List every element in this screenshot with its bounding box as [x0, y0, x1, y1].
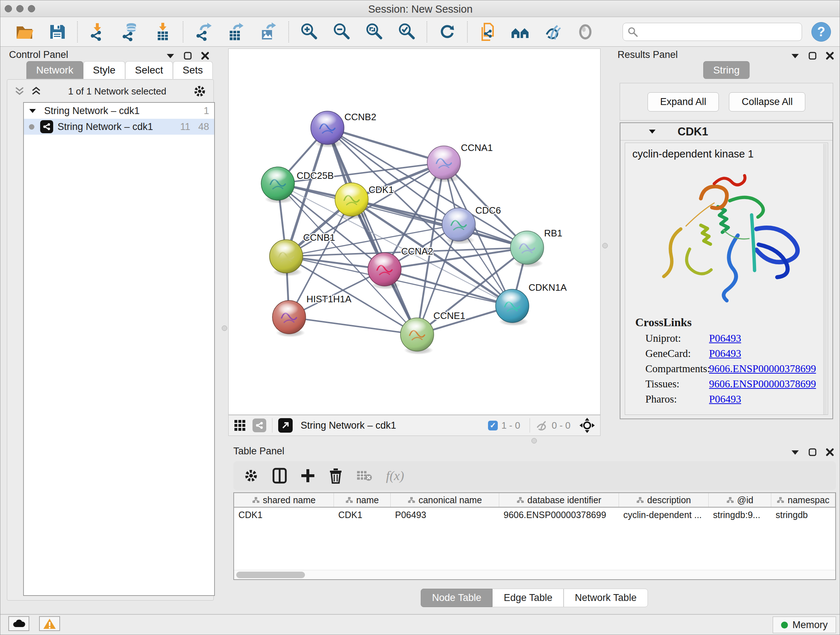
gene-section-header[interactable]: CDK1	[621, 123, 832, 141]
column-header-icon	[636, 497, 644, 503]
memory-button[interactable]: Memory	[773, 616, 836, 633]
zoom-fit-icon[interactable]	[363, 21, 385, 42]
column-header-shared-name[interactable]: shared name	[234, 493, 334, 507]
zoom-out-icon[interactable]	[331, 21, 352, 42]
tab-select[interactable]: Select	[125, 61, 173, 79]
column-header-icon	[408, 497, 415, 503]
table-cell[interactable]: P06493	[391, 508, 499, 522]
column-header-name[interactable]: name	[334, 493, 391, 507]
network-row[interactable]: String Network – cdk1 11 48	[24, 119, 214, 135]
collapse-all-icon[interactable]	[14, 87, 25, 96]
delete-column-icon[interactable]	[329, 468, 343, 484]
tab-node-table[interactable]: Node Table	[421, 589, 493, 607]
results-scrollbar[interactable]	[823, 144, 827, 415]
duplicate-network-icon[interactable]	[477, 21, 498, 42]
network-node-ccna1[interactable]: CCNA1	[427, 142, 493, 182]
expand-all-icon[interactable]	[31, 87, 41, 96]
panel-close-icon[interactable]	[826, 448, 834, 456]
table-row[interactable]: CDK1CDK1P064939606.ENSP00000378699cyclin…	[234, 508, 835, 522]
column-header-namespac[interactable]: namespac	[771, 493, 835, 507]
panel-close-icon[interactable]	[201, 52, 209, 60]
crosslink-value-link[interactable]: 9606.ENSP00000378699	[709, 363, 816, 375]
network-node-cdkn1a[interactable]: CDKN1A	[496, 282, 567, 326]
network-share-icon[interactable]	[253, 418, 266, 432]
left-splitter-handle[interactable]	[222, 325, 227, 331]
import-network-icon[interactable]	[87, 21, 108, 42]
table-panel-title: Table Panel	[233, 446, 284, 457]
bottom-splitter-handle[interactable]	[531, 438, 537, 443]
zoom-in-icon[interactable]	[298, 21, 319, 42]
table-cell[interactable]: stringdb	[771, 508, 835, 522]
section-expander-icon[interactable]	[649, 129, 656, 134]
column-header-icon	[346, 497, 353, 503]
network-edge[interactable]	[289, 317, 417, 334]
add-column-icon[interactable]	[301, 469, 315, 483]
column-header-canonical-name[interactable]: canonical name	[391, 493, 499, 507]
column-header-database-identifier[interactable]: database identifier	[499, 493, 619, 507]
show-all-icon[interactable]	[575, 21, 596, 42]
gear-icon[interactable]	[243, 468, 259, 483]
collapse-all-button[interactable]: Collapse All	[729, 92, 805, 111]
help-button[interactable]: ?	[812, 22, 831, 42]
table-cell[interactable]: 9606.ENSP00000378699	[499, 508, 619, 522]
refresh-icon[interactable]	[437, 21, 458, 42]
show-columns-icon[interactable]	[272, 468, 287, 484]
import-table-icon[interactable]	[152, 21, 173, 42]
export-image-icon[interactable]	[258, 21, 279, 42]
hscroll-thumb[interactable]	[236, 572, 305, 578]
open-folder-icon[interactable]	[14, 21, 35, 42]
birdseye-toggle-icon[interactable]	[579, 417, 595, 433]
detach-view-icon[interactable]	[278, 418, 293, 432]
tab-network-table[interactable]: Network Table	[564, 589, 648, 607]
table-cell[interactable]: CDK1	[234, 508, 334, 522]
table-cell[interactable]: stringdb:9...	[709, 508, 771, 522]
right-splitter-handle[interactable]	[602, 243, 608, 249]
hide-selected-icon[interactable]	[542, 21, 563, 42]
panel-float-icon[interactable]	[808, 448, 816, 456]
network-node-cdk1[interactable]: CDK1	[335, 183, 393, 219]
panel-close-icon[interactable]	[826, 52, 834, 60]
panel-menu-icon[interactable]	[791, 449, 799, 455]
tab-network[interactable]: Network	[27, 61, 83, 79]
network-canvas[interactable]: CCNB2CCNA1CDC25BCDK1CDC6RB1CCNB1CCNA2CDK…	[228, 49, 600, 415]
column-header--id[interactable]: @id	[709, 493, 771, 507]
zoom-selected-icon[interactable]	[396, 21, 417, 42]
first-neighbors-icon[interactable]	[510, 21, 531, 42]
expand-all-button[interactable]: Expand All	[647, 92, 719, 111]
crosslink-value-link[interactable]: P06493	[709, 333, 741, 344]
crosslink-value-link[interactable]: P06493	[709, 348, 741, 359]
node-label-ccna1: CCNA1	[461, 142, 493, 153]
import-database-icon[interactable]	[120, 21, 141, 42]
search-input[interactable]	[638, 26, 797, 38]
grid-view-icon[interactable]	[234, 419, 246, 432]
network-node-hist1h1a[interactable]: HIST1H1A	[272, 294, 352, 337]
collection-expander-icon[interactable]	[29, 108, 36, 114]
network-node-rb1[interactable]: RB1	[510, 228, 562, 268]
panel-menu-icon[interactable]	[791, 53, 799, 59]
node-label-cdkn1a: CDKN1A	[529, 282, 567, 293]
table-cell[interactable]: cyclin-dependent ...	[619, 508, 709, 522]
network-node-ccnb2[interactable]: CCNB2	[311, 111, 376, 148]
export-network-icon[interactable]	[193, 21, 214, 42]
network-node-cdc25b[interactable]: CDC25B	[261, 167, 334, 203]
crosslink-value-link[interactable]: 9606.ENSP00000378699	[709, 378, 816, 390]
cloud-button[interactable]	[8, 616, 29, 631]
network-collection-row[interactable]: String Network – cdk1 1	[24, 103, 214, 119]
table-cell[interactable]: CDK1	[334, 508, 391, 522]
gear-icon[interactable]	[193, 85, 206, 98]
tab-style[interactable]: Style	[83, 61, 125, 79]
tab-string[interactable]: String	[703, 61, 749, 79]
tab-sets[interactable]: Sets	[173, 61, 213, 79]
panel-float-icon[interactable]	[184, 52, 192, 60]
panel-menu-icon[interactable]	[166, 53, 174, 59]
panel-float-icon[interactable]	[808, 52, 816, 60]
column-header-description[interactable]: description	[619, 493, 709, 507]
network-node-ccnb1[interactable]: CCNB1	[270, 232, 335, 276]
save-icon[interactable]	[47, 21, 68, 42]
export-table-icon[interactable]	[225, 21, 246, 42]
crosslink-value-link[interactable]: P06493	[709, 393, 741, 405]
warning-button[interactable]	[39, 616, 60, 631]
search-icon	[627, 27, 638, 37]
tab-edge-table[interactable]: Edge Table	[493, 589, 564, 607]
table-hscrollbar[interactable]	[234, 570, 835, 579]
